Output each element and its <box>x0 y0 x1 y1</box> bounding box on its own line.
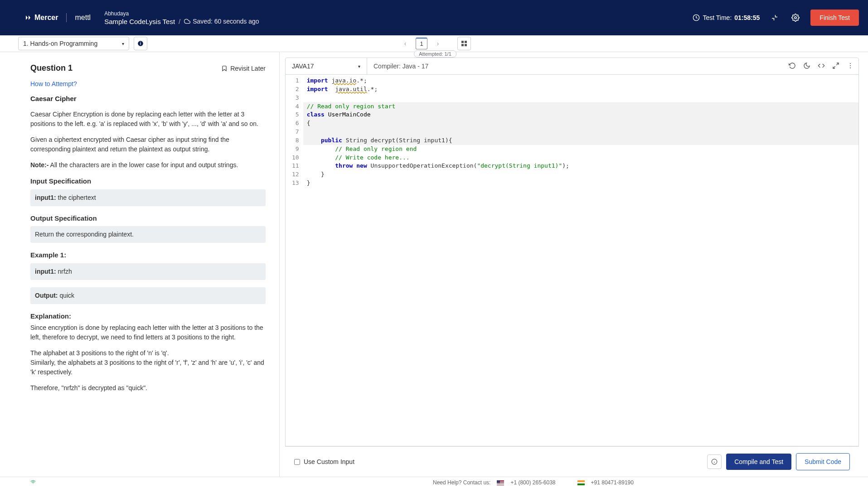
fullscreen-button[interactable] <box>832 62 839 71</box>
test-name: Sample CodeLysis Test <box>104 18 175 25</box>
line-gutter: 12345678910111213 <box>286 75 303 446</box>
svg-point-10 <box>850 63 851 64</box>
test-info: Abhudaya Sample CodeLysis Test / Saved: … <box>104 10 259 25</box>
input-spec-heading: Input Specification <box>30 176 266 187</box>
output-spec-box: Return the corresponding plaintext. <box>30 226 266 243</box>
user-name: Abhudaya <box>104 10 259 17</box>
compile-test-button[interactable]: Compile and Test <box>726 454 791 470</box>
explanation-heading: Explanation: <box>30 311 266 322</box>
us-phone: +1 (800) 265-6038 <box>510 479 555 486</box>
question-nav-1[interactable]: 1 <box>416 38 427 49</box>
footer-bar: Need Help? Contact us: +1 (800) 265-6038… <box>0 477 868 488</box>
prev-question-button[interactable]: ‹ <box>399 38 411 49</box>
next-question-button[interactable]: › <box>432 38 444 49</box>
info-icon <box>711 459 718 465</box>
code-editor[interactable]: 12345678910111213 import java.io.*;impor… <box>285 75 859 446</box>
action-info-button[interactable] <box>707 454 722 469</box>
save-status: Saved: 60 seconds ago <box>184 18 259 25</box>
svg-rect-4 <box>461 41 464 43</box>
in-phone: +91 80471-89190 <box>591 479 634 486</box>
wifi-icon <box>29 479 37 485</box>
in-flag-icon <box>577 480 585 485</box>
section-dropdown[interactable]: 1. Hands-on Programming <box>18 37 129 50</box>
example-input-box: input1: nrfzh <box>30 263 266 280</box>
custom-input-checkbox[interactable] <box>294 459 300 465</box>
connection-status <box>29 479 37 486</box>
info-icon: i <box>137 40 144 47</box>
question-panel[interactable]: Question 1 Revisit Later How to Attempt?… <box>0 52 280 477</box>
problem-title: Caesar Cipher <box>30 95 266 102</box>
subheader: 1. Hands-on Programming i ‹ 1 › Attempte… <box>0 35 868 52</box>
svg-line-8 <box>836 63 839 65</box>
bookmark-icon <box>221 65 228 72</box>
problem-description: Caesar Cipher Encryption is done by repl… <box>30 110 266 393</box>
theme-button[interactable] <box>803 62 810 71</box>
grid-icon <box>461 41 467 46</box>
output-spec-heading: Output Specification <box>30 213 266 224</box>
mettl-logo: mettl <box>75 14 91 22</box>
cloud-icon <box>184 18 190 24</box>
clock-icon <box>693 14 700 21</box>
svg-line-9 <box>833 66 835 68</box>
mercer-icon <box>25 14 32 21</box>
code-panel: JAVA17 ▾ Compiler: Java - 17 12345678910… <box>280 52 868 477</box>
mercer-logo: Mercer <box>25 14 58 22</box>
svg-rect-7 <box>465 44 467 46</box>
example-output-box: Output: quick <box>30 287 266 304</box>
minimize-icon <box>771 14 779 22</box>
example-heading: Example 1: <box>30 250 266 261</box>
question-grid-button[interactable] <box>457 37 471 50</box>
revisit-later-button[interactable]: Revisit Later <box>221 65 266 72</box>
question-nav: ‹ 1 › Attempted: 1/1 <box>399 37 471 50</box>
us-flag-icon <box>497 480 504 485</box>
settings-button[interactable] <box>790 12 801 24</box>
app-header: Mercer mettl Abhudaya Sample CodeLysis T… <box>0 0 868 35</box>
svg-text:i: i <box>140 42 141 46</box>
more-button[interactable] <box>847 62 854 71</box>
svg-point-11 <box>850 65 851 66</box>
input-spec-box: input1: the ciphertext <box>30 189 266 206</box>
help-label: Need Help? Contact us: <box>433 479 490 486</box>
code-icon <box>818 62 825 69</box>
compiler-label: Compiler: Java - 17 <box>367 63 435 70</box>
more-vertical-icon <box>847 62 854 69</box>
moon-icon <box>803 62 810 69</box>
custom-input-toggle[interactable]: Use Custom Input <box>294 458 354 465</box>
language-dropdown[interactable]: JAVA17 ▾ <box>286 58 367 74</box>
code-content[interactable]: import java.io.*;import java.util.*; // … <box>303 75 858 446</box>
reset-button[interactable] <box>789 62 796 71</box>
minimize-button[interactable] <box>769 12 781 24</box>
logo-divider <box>66 13 67 22</box>
logo-section: Mercer mettl <box>25 13 91 22</box>
svg-point-12 <box>850 67 851 68</box>
code-button[interactable] <box>818 62 825 71</box>
editor-toolbar: JAVA17 ▾ Compiler: Java - 17 <box>285 58 859 75</box>
svg-point-1 <box>795 17 797 19</box>
gear-icon <box>791 14 800 22</box>
how-to-attempt-link[interactable]: How to Attempt? <box>30 80 266 87</box>
attempted-badge: Attempted: 1/1 <box>414 50 456 58</box>
editor-footer: Use Custom Input Compile and Test Submit… <box>285 446 859 477</box>
undo-icon <box>789 62 796 69</box>
finish-test-button[interactable]: Finish Test <box>810 10 859 26</box>
svg-rect-5 <box>465 41 467 43</box>
section-info-button[interactable]: i <box>134 37 147 50</box>
svg-rect-6 <box>461 44 464 46</box>
main-area: Question 1 Revisit Later How to Attempt?… <box>0 52 868 477</box>
submit-code-button[interactable]: Submit Code <box>796 453 850 470</box>
expand-icon <box>832 62 839 69</box>
question-title: Question 1 <box>30 63 73 73</box>
test-timer: Test Time: 01:58:55 <box>693 14 760 21</box>
